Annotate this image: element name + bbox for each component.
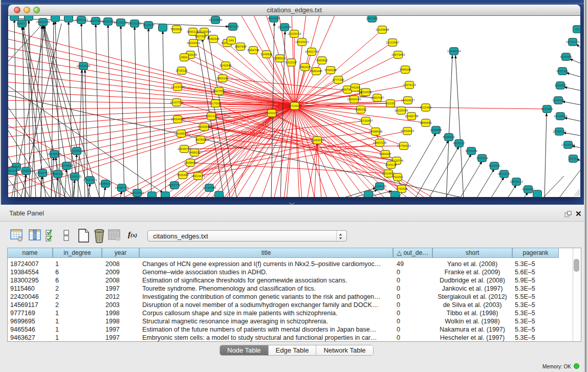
svg-text:10719155: 10719155 <box>114 21 128 24</box>
svg-text:9474444: 9474444 <box>465 149 477 152</box>
svg-text:39154: 39154 <box>8 169 17 172</box>
svg-text:14136141: 14136141 <box>373 185 387 188</box>
svg-text:9657771: 9657771 <box>168 184 181 187</box>
svg-text:20206576: 20206576 <box>48 152 61 156</box>
svg-text:2935114: 2935114 <box>476 157 489 160</box>
svg-text:111: 111 <box>575 28 580 31</box>
svg-text:10975867: 10975867 <box>60 164 74 167</box>
svg-text:16671355: 16671355 <box>128 22 142 25</box>
svg-text:3624554: 3624554 <box>360 91 372 94</box>
svg-text:9084067: 9084067 <box>379 152 391 156</box>
svg-text:17016504: 17016504 <box>561 143 575 146</box>
svg-text:12975115: 12975115 <box>403 83 417 86</box>
svg-text:10046758: 10046758 <box>178 147 191 150</box>
svg-text:4813054: 4813054 <box>268 17 280 20</box>
svg-text:746266: 746266 <box>350 86 361 89</box>
svg-text:1362615: 1362615 <box>299 65 311 69</box>
svg-text:857833: 857833 <box>195 138 206 141</box>
svg-text:7955812: 7955812 <box>316 59 328 62</box>
svg-text:16154808: 16154808 <box>376 28 389 31</box>
svg-text:252254: 252254 <box>393 176 403 179</box>
svg-text:16033809: 16033809 <box>209 18 223 21</box>
svg-text:2967608: 2967608 <box>234 45 247 48</box>
svg-text:9115460: 9115460 <box>420 106 432 109</box>
svg-text:12505135: 12505135 <box>68 175 82 178</box>
svg-text:1588520: 1588520 <box>274 57 286 60</box>
svg-text:15692971: 15692971 <box>553 130 567 133</box>
svg-text:19166825: 19166825 <box>175 132 188 135</box>
svg-text:8186328: 8186328 <box>207 37 220 40</box>
svg-text:1498222: 1498222 <box>188 151 201 154</box>
svg-text:19384554: 19384554 <box>311 139 324 142</box>
svg-text:1244415: 1244415 <box>552 99 564 102</box>
svg-text:12213967: 12213967 <box>386 41 400 44</box>
svg-text:16782759: 16782759 <box>115 186 129 189</box>
svg-text:8938923: 8938923 <box>443 136 455 139</box>
svg-text:9899695: 9899695 <box>420 121 432 124</box>
svg-text:10025438: 10025438 <box>395 109 408 112</box>
svg-text:19756923: 19756923 <box>397 144 411 147</box>
svg-text:9245652: 9245652 <box>522 188 534 191</box>
svg-text:16210643: 16210643 <box>554 115 568 118</box>
svg-text:7515526: 7515526 <box>142 24 155 27</box>
svg-text:3267130: 3267130 <box>205 115 217 118</box>
svg-text:8454749: 8454749 <box>247 49 259 52</box>
svg-text:9896: 9896 <box>181 56 188 59</box>
svg-text:6879197: 6879197 <box>453 142 465 145</box>
svg-text:9242845: 9242845 <box>220 64 232 67</box>
svg-text:14353594: 14353594 <box>198 125 211 128</box>
svg-text:1527602: 1527602 <box>90 19 102 23</box>
svg-text:7986322: 7986322 <box>355 108 367 111</box>
svg-text:18807249: 18807249 <box>373 141 387 144</box>
svg-text:9227342: 9227342 <box>556 70 569 73</box>
svg-text:1640954: 1640954 <box>430 128 442 132</box>
svg-text:15720407: 15720407 <box>359 119 373 122</box>
svg-text:8471676: 8471676 <box>498 172 510 176</box>
svg-text:14099489: 14099489 <box>184 161 198 164</box>
svg-text:10654112: 10654112 <box>510 180 524 183</box>
svg-text:19218506: 19218506 <box>278 26 292 29</box>
svg-text:9827509: 9827509 <box>194 35 207 38</box>
svg-text:7857224: 7857224 <box>227 25 239 28</box>
svg-text:116753: 116753 <box>568 157 578 160</box>
svg-text:17957223: 17957223 <box>83 179 97 182</box>
svg-text:18724007: 18724007 <box>288 104 302 107</box>
svg-text:16543362: 16543362 <box>187 41 201 45</box>
svg-text:9146821: 9146821 <box>260 53 273 56</box>
svg-text:917008: 917008 <box>210 102 221 105</box>
svg-text:905571: 905571 <box>17 22 28 25</box>
svg-text:19654985: 19654985 <box>171 118 185 121</box>
svg-text:7632621: 7632621 <box>488 164 500 167</box>
svg-text:8427552: 8427552 <box>213 90 225 93</box>
svg-text:3215955: 3215955 <box>541 107 553 111</box>
svg-text:7485063: 7485063 <box>399 68 411 71</box>
svg-text:5322037: 5322037 <box>285 61 297 64</box>
svg-text:19463627: 19463627 <box>401 99 415 102</box>
svg-text:2803144: 2803144 <box>216 77 229 80</box>
svg-text:12213369: 12213369 <box>171 85 185 89</box>
svg-text:16107552: 16107552 <box>170 101 184 104</box>
svg-text:10853267: 10853267 <box>75 18 89 21</box>
svg-text:10973493: 10973493 <box>391 53 405 56</box>
svg-text:1615132: 1615132 <box>385 163 397 166</box>
svg-text:1145194: 1145194 <box>52 172 64 176</box>
svg-text:26053346: 26053346 <box>77 64 91 68</box>
svg-text:546: 546 <box>229 39 234 42</box>
svg-text:2718126: 2718126 <box>176 69 188 72</box>
svg-text:23300295: 23300295 <box>265 112 279 115</box>
svg-text:62160: 62160 <box>386 102 395 105</box>
svg-text:12923468: 12923468 <box>130 191 144 194</box>
svg-text:18640910: 18640910 <box>295 40 309 43</box>
svg-text:15751074: 15751074 <box>566 40 580 43</box>
svg-text:10807487: 10807487 <box>371 96 384 99</box>
svg-text:7625402: 7625402 <box>177 173 189 177</box>
svg-text:15495798: 15495798 <box>405 115 419 118</box>
svg-text:1209387: 1209387 <box>554 84 567 87</box>
svg-text:7663822: 7663822 <box>170 28 183 31</box>
svg-text:20691406: 20691406 <box>36 20 50 24</box>
svg-text:10958107: 10958107 <box>99 182 113 185</box>
svg-text:1733426: 1733426 <box>396 187 408 190</box>
svg-text:13325419: 13325419 <box>288 32 301 35</box>
svg-text:15716485: 15716485 <box>203 186 216 189</box>
svg-text:8466160: 8466160 <box>102 20 114 23</box>
